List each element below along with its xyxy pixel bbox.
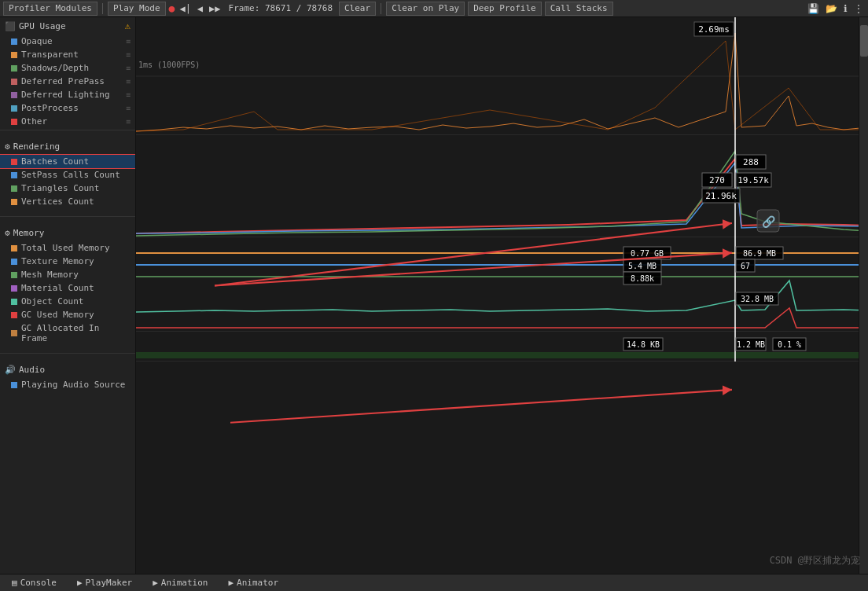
color-dot-deferred-prepass xyxy=(11,79,17,85)
rendering-chart[interactable]: 288 270 19.57k 21.96k 🔗 xyxy=(136,135,868,237)
gpu-chart[interactable]: 1ms (1000FPS) 2.69ms xyxy=(136,17,868,135)
sidebar-item-total-mem[interactable]: Total Used Memory xyxy=(0,241,135,255)
postprocess-label: PostProcess xyxy=(21,103,122,113)
audio-source-label: Playing Audio Source xyxy=(21,380,131,390)
batches-count-label: Batches Count xyxy=(21,156,131,167)
color-dot-transparent xyxy=(11,52,17,58)
gpu-section-header[interactable]: ⬛ GPU Usage ⚠ xyxy=(0,17,135,35)
color-dot-setpass xyxy=(11,172,17,178)
gpu-sparkline: 2.69ms xyxy=(136,17,868,135)
fps-label: 1ms (1000FPS) xyxy=(138,61,200,69)
color-dot-other xyxy=(11,119,17,125)
tab-animation[interactable]: ▶ Animation xyxy=(144,576,216,590)
tab-playmaker[interactable]: ▶ PlayMaker xyxy=(68,576,141,590)
sidebar-item-other[interactable]: Other ≡ xyxy=(0,115,135,128)
svg-text:86.9 MB: 86.9 MB xyxy=(743,249,776,258)
next-step-icon[interactable]: ▶▶ xyxy=(208,3,222,14)
console-label: Console xyxy=(20,578,57,588)
divider-2 xyxy=(0,216,135,217)
save-icon[interactable]: 💾 xyxy=(806,3,821,14)
sidebar-item-opaque[interactable]: Opaque ≡ xyxy=(0,35,135,48)
main-layout: ⬛ GPU Usage ⚠ Opaque ≡ Transparent ≡ Sha… xyxy=(0,17,868,574)
rendering-section-header[interactable]: ⚙ Rendering xyxy=(0,138,135,155)
memory-chart[interactable]: 0.77 GB 86.9 MB 5.4 MB 67 8.88k 32.8 MB xyxy=(136,237,868,332)
sidebar-item-deferred-prepass[interactable]: Deferred PrePass ≡ xyxy=(0,75,135,88)
svg-text:21.96k: 21.96k xyxy=(705,191,737,201)
chart-area[interactable]: 1ms (1000FPS) 2.69ms xyxy=(136,17,868,574)
audio-section-header[interactable]: 🔊 Audio xyxy=(0,362,135,378)
sidebar-item-texture-mem[interactable]: Texture Memory xyxy=(0,255,135,268)
svg-text:32.8 MB: 32.8 MB xyxy=(741,295,774,303)
record-icon[interactable]: ● xyxy=(169,2,175,14)
vertices-label: Vertices Count xyxy=(21,196,131,207)
sidebar-item-gc-used[interactable]: GC Used Memory xyxy=(0,308,135,321)
audio-chart[interactable]: 14.8 KB 1.2 MB 0.1 % xyxy=(136,332,868,362)
svg-text:270: 270 xyxy=(709,175,725,185)
more-icon[interactable]: ⋮ xyxy=(852,3,865,14)
sidebar-item-postprocess[interactable]: PostProcess ≡ xyxy=(0,101,135,115)
svg-text:2.69ms: 2.69ms xyxy=(698,24,730,35)
deep-profile-button[interactable]: Deep Profile xyxy=(468,2,541,16)
lines-icon-opaque: ≡ xyxy=(126,37,131,46)
deferred-lighting-label: Deferred Lighting xyxy=(21,90,122,100)
color-dot-deferred-lighting xyxy=(11,92,17,98)
sep2 xyxy=(381,3,381,14)
rendering-icon: ⚙ xyxy=(5,141,10,152)
main-toolbar: Profiler Modules Play Mode ● ◀| ◀ ▶▶ Fra… xyxy=(0,0,868,17)
bottom-tabs: ▤ Console ▶ PlayMaker ▶ Animation ▶ Anim… xyxy=(0,574,868,591)
sidebar-item-gc-allocated[interactable]: GC Allocated In Frame xyxy=(0,321,135,345)
rendering-section-title: Rendering xyxy=(13,141,61,152)
other-label: Other xyxy=(21,116,122,127)
svg-text:0.1 %: 0.1 % xyxy=(778,340,801,349)
sidebar-item-batches-count[interactable]: Batches Count xyxy=(0,155,135,168)
svg-line-3 xyxy=(230,390,732,423)
playmaker-icon: ▶ xyxy=(77,578,83,588)
play-mode-dropdown[interactable]: Play Mode xyxy=(108,2,166,16)
material-count-label: Material Count xyxy=(21,283,131,293)
prev-frame-icon[interactable]: ◀| xyxy=(178,3,192,14)
sidebar-item-setpass[interactable]: SetPass Calls Count xyxy=(0,168,135,182)
color-dot-shadows xyxy=(11,65,17,72)
watermark: CSDN @野区捕龙为宠 xyxy=(770,554,860,567)
svg-text:🔗: 🔗 xyxy=(762,215,776,229)
animation-label: Animation xyxy=(161,578,208,588)
tab-animator[interactable]: ▶ Animator xyxy=(219,576,287,590)
gpu-icon: ⬛ xyxy=(5,21,16,31)
load-icon[interactable]: 📂 xyxy=(824,3,839,14)
chart-scrollbar[interactable] xyxy=(859,17,868,574)
sidebar-item-transparent[interactable]: Transparent ≡ xyxy=(0,48,135,61)
sidebar-item-triangles[interactable]: Triangles Count xyxy=(0,182,135,195)
sidebar-item-material-count[interactable]: Material Count xyxy=(0,281,135,295)
color-dot-gc-used xyxy=(11,312,17,318)
profiler-modules-dropdown[interactable]: Profiler Modules xyxy=(3,2,97,16)
sidebar-item-mesh-mem[interactable]: Mesh Memory xyxy=(0,268,135,281)
sidebar-item-vertices[interactable]: Vertices Count xyxy=(0,195,135,208)
color-dot-vertices xyxy=(11,199,17,205)
tab-console[interactable]: ▤ Console xyxy=(3,576,65,590)
call-stacks-button[interactable]: Call Stacks xyxy=(545,2,613,16)
prev-step-icon[interactable]: ◀ xyxy=(196,3,204,14)
color-dot-material xyxy=(11,285,17,292)
audio-section-title: Audio xyxy=(19,365,45,375)
sidebar-item-object-count[interactable]: Object Count xyxy=(0,295,135,308)
info-icon[interactable]: ℹ xyxy=(842,3,849,14)
opaque-label: Opaque xyxy=(21,36,122,46)
svg-text:5.4 MB: 5.4 MB xyxy=(628,262,657,270)
mesh-mem-label: Mesh Memory xyxy=(21,270,131,280)
gpu-section-title: GPU Usage xyxy=(19,21,66,31)
sidebar: ⬛ GPU Usage ⚠ Opaque ≡ Transparent ≡ Sha… xyxy=(0,17,136,574)
shadows-label: Shadows/Depth xyxy=(21,63,122,73)
lines-icon-shadows: ≡ xyxy=(126,64,131,72)
memory-section-title: Memory xyxy=(13,228,45,238)
sidebar-item-shadows[interactable]: Shadows/Depth ≡ xyxy=(0,61,135,75)
sidebar-item-audio-source[interactable]: Playing Audio Source xyxy=(0,378,135,391)
clear-on-play-button[interactable]: Clear on Play xyxy=(386,2,465,16)
clear-button[interactable]: Clear xyxy=(339,2,376,16)
memory-section-header[interactable]: ⚙ Memory xyxy=(0,225,135,241)
lines-icon-transparent: ≡ xyxy=(126,50,131,59)
frame-label: Frame: 78671 / 78768 xyxy=(226,3,336,13)
animator-icon: ▶ xyxy=(228,578,234,588)
audio-sparkline: 14.8 KB 1.2 MB 0.1 % xyxy=(136,332,868,362)
scrollbar-thumb[interactable] xyxy=(860,25,868,57)
sidebar-item-deferred-lighting[interactable]: Deferred Lighting ≡ xyxy=(0,88,135,101)
